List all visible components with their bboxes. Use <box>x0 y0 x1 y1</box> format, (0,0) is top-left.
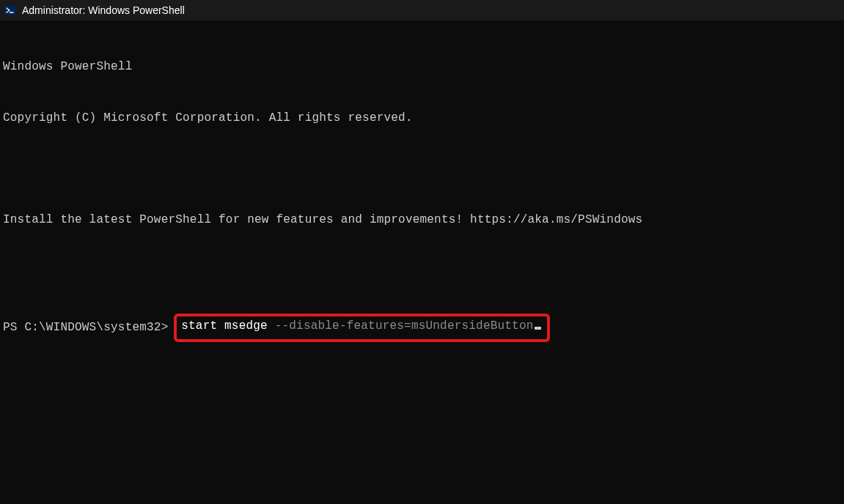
window-titlebar[interactable]: Administrator: Windows PowerShell <box>0 0 844 21</box>
terminal-output[interactable]: Windows PowerShell Copyright (C) Microso… <box>0 21 844 364</box>
command-highlight-annotation: start msedge --disable-features=msUnders… <box>174 314 549 342</box>
svg-rect-0 <box>4 6 16 15</box>
prompt-line: PS C:\WINDOWS\system32> start msedge --d… <box>3 314 841 342</box>
prompt-prefix: PS C:\WINDOWS\system32> <box>3 319 175 336</box>
blank-line <box>3 263 841 280</box>
text-cursor <box>535 327 541 330</box>
command-executable: start msedge <box>181 318 274 335</box>
banner-line-1: Windows PowerShell <box>3 59 841 75</box>
blank-line <box>3 161 841 178</box>
install-message: Install the latest PowerShell for new fe… <box>3 212 841 229</box>
powershell-icon <box>4 4 16 16</box>
window-title: Administrator: Windows PowerShell <box>22 4 185 16</box>
banner-line-2: Copyright (C) Microsoft Corporation. All… <box>3 110 841 127</box>
command-arguments: --disable-features=msUndersideButton <box>275 318 534 335</box>
